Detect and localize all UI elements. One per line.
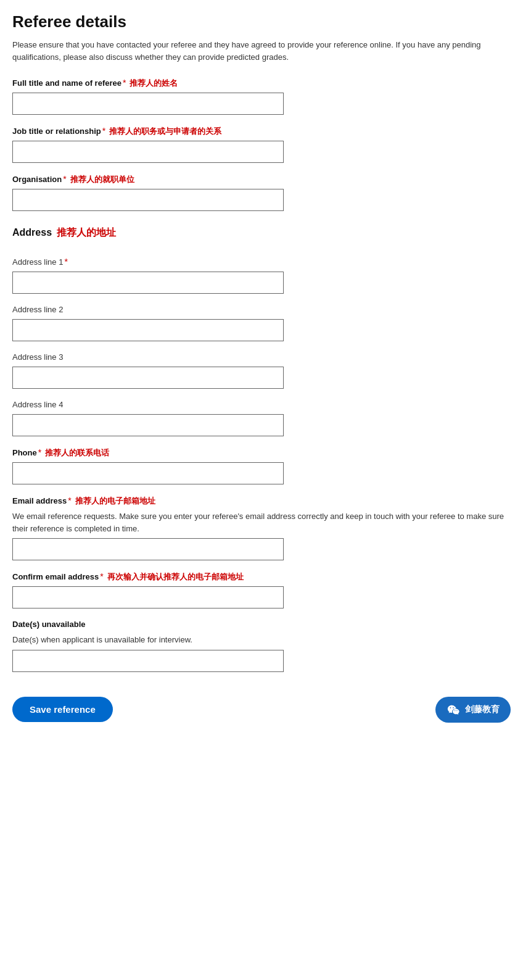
email-input[interactable]	[12, 538, 284, 560]
full-name-required: *	[123, 78, 126, 88]
job-title-input[interactable]	[12, 141, 284, 163]
save-reference-button[interactable]: Save reference	[12, 697, 113, 722]
address-line1-input[interactable]	[12, 272, 284, 294]
confirm-email-label: Confirm email address	[12, 572, 99, 581]
email-group: Email address * 推荐人的电子邮箱地址 We email refe…	[12, 496, 511, 560]
address-line3-input[interactable]	[12, 367, 284, 389]
organisation-input[interactable]	[12, 189, 284, 211]
email-label: Email address	[12, 496, 67, 505]
dates-unavailable-group: Date(s) unavailable Date(s) when applica…	[12, 620, 511, 672]
confirm-email-input[interactable]	[12, 586, 284, 608]
dates-unavailable-helper: Date(s) when applicant is unavailable fo…	[12, 634, 511, 646]
wechat-icon	[447, 703, 460, 716]
phone-group: Phone * 推荐人的联系电话	[12, 447, 511, 484]
job-title-label: Job title or relationship	[12, 127, 101, 136]
address-line2-input[interactable]	[12, 319, 284, 341]
job-title-group: Job title or relationship * 推荐人的职务或与申请者的…	[12, 126, 511, 163]
address-section-chinese: 推荐人的地址	[57, 226, 116, 239]
email-helper: We email reference requests. Make sure y…	[12, 510, 511, 534]
phone-input[interactable]	[12, 462, 284, 484]
wechat-label: 剑藤教育	[465, 704, 500, 715]
organisation-required: *	[63, 174, 66, 184]
confirm-email-group: Confirm email address * 再次输入并确认推荐人的电子邮箱地…	[12, 571, 511, 608]
job-title-required: *	[102, 126, 105, 136]
address-line4-group: Address line 4	[12, 400, 511, 436]
phone-required: *	[38, 447, 41, 457]
address-line1-group: Address line 1 *	[12, 257, 511, 294]
phone-chinese: 推荐人的联系电话	[45, 447, 109, 459]
page-title: Referee details	[12, 12, 511, 31]
button-row: Save reference 剑藤教育	[12, 691, 511, 723]
email-chinese: 推荐人的电子邮箱地址	[75, 496, 155, 507]
full-name-chinese: 推荐人的姓名	[130, 78, 178, 89]
address-line1-required: *	[64, 257, 67, 267]
full-name-input[interactable]	[12, 93, 284, 115]
address-line3-label: Address line 3	[12, 352, 63, 362]
dates-unavailable-label: Date(s) unavailable	[12, 620, 86, 629]
phone-label: Phone	[12, 448, 37, 457]
address-line2-group: Address line 2	[12, 305, 511, 341]
address-line4-label: Address line 4	[12, 400, 63, 409]
organisation-chinese: 推荐人的就职单位	[70, 174, 134, 185]
job-title-chinese: 推荐人的职务或与申请者的关系	[109, 126, 221, 137]
dates-unavailable-input[interactable]	[12, 650, 284, 672]
address-section-label: Address	[12, 227, 52, 238]
address-line4-input[interactable]	[12, 414, 284, 436]
organisation-group: Organisation * 推荐人的就职单位	[12, 174, 511, 211]
address-line2-label: Address line 2	[12, 305, 63, 314]
organisation-label: Organisation	[12, 175, 62, 184]
email-required: *	[68, 496, 71, 505]
confirm-email-chinese: 再次输入并确认推荐人的电子邮箱地址	[107, 571, 244, 583]
address-section: Address 推荐人的地址	[12, 222, 511, 246]
confirm-email-required: *	[100, 571, 103, 581]
full-name-label: Full title and name of referee	[12, 78, 121, 88]
page-description: Please ensure that you have contacted yo…	[12, 39, 511, 63]
full-name-group: Full title and name of referee * 推荐人的姓名	[12, 78, 511, 115]
wechat-badge: 剑藤教育	[435, 697, 511, 723]
address-line3-group: Address line 3	[12, 352, 511, 389]
address-line1-label: Address line 1	[12, 257, 63, 267]
